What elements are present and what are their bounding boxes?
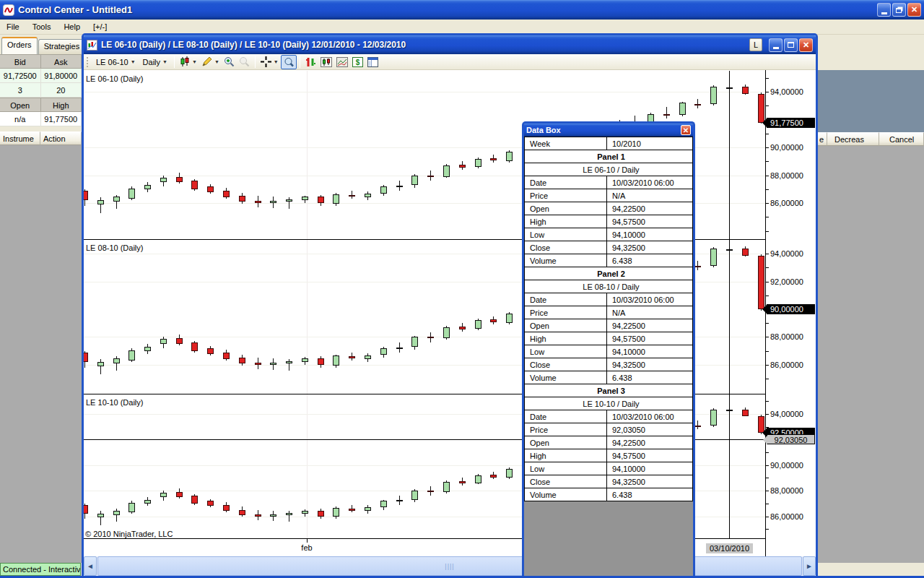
candle (207, 186, 214, 192)
close-button[interactable]: ✕ (907, 3, 921, 17)
bid-header: Bid (0, 54, 41, 69)
chevron-down-icon: ▼ (214, 59, 219, 64)
column-header-cancel[interactable]: Cancel (879, 132, 924, 146)
candle (459, 327, 466, 329)
field-label: Price (525, 306, 607, 319)
scroll-left-arrow-icon[interactable]: ◄ (84, 556, 97, 576)
price-axis-tick (765, 296, 769, 296)
price-marker-arrow (762, 305, 767, 314)
chart-icon (321, 57, 332, 67)
open-value: n/a (0, 112, 41, 126)
link-button[interactable]: L (749, 38, 762, 51)
candle (84, 353, 88, 362)
zoom-tool-button[interactable] (281, 55, 297, 69)
candle (742, 87, 749, 94)
candle (694, 426, 701, 427)
candle (411, 337, 418, 346)
new-chart-button[interactable] (318, 55, 334, 69)
price-axis-tick (765, 231, 769, 232)
price-axis-tick (765, 529, 769, 530)
candle (490, 319, 497, 322)
instrument-label: LE 06-10 (96, 58, 128, 66)
column-header-decrease[interactable]: Decreas (827, 132, 879, 146)
column-header-instrument[interactable]: Instrume (0, 131, 40, 145)
candle (506, 469, 513, 478)
candle (349, 195, 355, 197)
price-axis-tick (765, 176, 769, 176)
menu-help[interactable]: Help (57, 21, 87, 33)
desktop: Control Center - Untitled1 ✕ File Tools … (0, 0, 924, 578)
price-axis-tick (765, 203, 769, 204)
candle (286, 513, 292, 515)
tab-strategies[interactable]: Strategies (38, 39, 86, 54)
menu-expand-collapse[interactable]: [+/-] (87, 21, 113, 33)
candle (97, 200, 104, 204)
zoom-in-button[interactable] (222, 55, 237, 69)
price-axis-tick (765, 337, 769, 337)
data-box-titlebar[interactable]: Data Box ✕ (524, 124, 693, 137)
toolbar-separator (174, 56, 175, 68)
field-label: Price (525, 423, 607, 436)
period-selector[interactable]: Daily ▼ (139, 56, 171, 68)
price-axis-label: 88,00000 (770, 486, 803, 495)
chart-horizontal-scrollbar[interactable]: ◄ |||| ► (84, 556, 816, 576)
candle (333, 508, 339, 517)
market-analyzer-button[interactable] (303, 55, 318, 69)
field-value: N/A (607, 306, 693, 319)
candle (191, 496, 198, 504)
minimize-button[interactable] (877, 3, 891, 17)
orders-grid-headers-left: Instrume Action (0, 131, 82, 145)
menu-tools[interactable]: Tools (26, 21, 58, 33)
menu-file[interactable]: File (0, 21, 26, 33)
price-axis-label: 94,00000 (770, 249, 803, 258)
column-header-truncated[interactable]: e (818, 132, 827, 146)
chart-minimize-button[interactable] (769, 38, 783, 52)
candle (475, 320, 481, 329)
chart-maximize-button[interactable] (784, 38, 798, 52)
price-axis-label: 90,00000 (770, 461, 803, 470)
orders-grid-empty-left (0, 145, 82, 563)
data-box-close-icon[interactable]: ✕ (681, 125, 691, 135)
indicators-button[interactable] (334, 55, 350, 69)
control-center-titlebar[interactable]: Control Center - Untitled1 ✕ (0, 0, 924, 20)
instrument-selector[interactable]: LE 06-10 ▼ (92, 56, 139, 68)
candle (475, 475, 481, 483)
price-marker-arrow (763, 436, 767, 444)
candle (160, 178, 167, 183)
cursor-mode-button[interactable]: ▼ (258, 55, 281, 69)
column-header-action[interactable]: Action (40, 131, 82, 145)
account-performance-button[interactable]: $ (350, 55, 365, 69)
scrollbar-thumb[interactable]: |||| (97, 556, 802, 576)
scroll-right-arrow-icon[interactable]: ► (803, 556, 816, 576)
chart-titlebar[interactable]: LE 06-10 (Daily) / LE 08-10 (Daily) / LE… (84, 35, 816, 54)
data-box-button[interactable] (365, 55, 380, 69)
field-value: 6.438 (607, 371, 693, 384)
candle (191, 342, 198, 351)
price-axis-label: 94,00000 (770, 410, 803, 418)
bid-size: 3 (0, 83, 41, 98)
pencil-icon (201, 56, 212, 67)
restore-button[interactable] (892, 3, 906, 17)
toolbar-grip[interactable] (87, 57, 89, 67)
field-label: Price (525, 189, 607, 202)
chart-close-button[interactable]: ✕ (799, 38, 813, 52)
chart-plot-area[interactable]: LE 06-10 (Daily)LE 08-10 (Daily)LE 10-10… (84, 70, 816, 556)
candle (144, 347, 151, 351)
data-box-window[interactable]: Data Box ✕ Week10/2010Panel 1LE 06-10 / … (522, 121, 695, 576)
field-value: 94,10000 (607, 462, 693, 475)
field-value: 6.438 (607, 488, 693, 501)
price-axis-tick (765, 365, 769, 366)
menu-bar: File Tools Help [+/-] (0, 20, 924, 35)
candle (302, 511, 308, 514)
chart-style-button[interactable]: ▼ (178, 55, 199, 69)
window-title: Control Center - Untitled1 (18, 4, 132, 15)
field-value: N/A (607, 189, 693, 202)
candle (427, 176, 434, 177)
tab-orders[interactable]: Orders (1, 37, 38, 54)
candle (742, 410, 749, 416)
zoom-out-button[interactable] (237, 55, 252, 69)
candle (318, 197, 324, 203)
candle (396, 348, 403, 349)
drawing-tools-button[interactable]: ▼ (199, 55, 222, 69)
data-box-title: Data Box (526, 126, 561, 134)
